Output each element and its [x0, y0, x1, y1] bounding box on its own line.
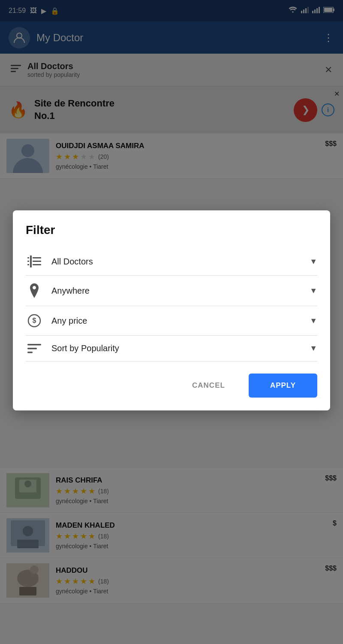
svg-rect-22: [27, 261, 29, 262]
filter-price-label: Any price: [51, 316, 301, 326]
svg-rect-19: [33, 261, 41, 262]
filter-category-label: All Doctors: [51, 257, 301, 267]
svg-rect-18: [33, 257, 41, 258]
filter-location-row[interactable]: Anywhere ▼: [26, 276, 317, 306]
svg-rect-21: [27, 257, 29, 258]
filter-location-label: Anywhere: [51, 286, 301, 296]
filter-modal: Filter All Doctors ▼ Anywhere ▼: [13, 210, 330, 410]
category-icon: [26, 255, 43, 267]
price-icon: $: [26, 314, 43, 328]
category-dropdown-icon: ▼: [310, 257, 317, 266]
svg-rect-27: [27, 348, 37, 349]
location-dropdown-icon: ▼: [310, 286, 317, 295]
svg-rect-23: [27, 264, 29, 265]
svg-rect-20: [33, 264, 41, 265]
filter-sort-label: Sort by Popularity: [51, 343, 301, 353]
location-icon: [26, 283, 43, 298]
filter-modal-title: Filter: [26, 223, 317, 237]
svg-rect-26: [27, 344, 41, 346]
apply-button[interactable]: APPLY: [249, 374, 317, 398]
cancel-button[interactable]: CANCEL: [177, 374, 240, 398]
filter-buttons: CANCEL APPLY: [26, 374, 317, 398]
sort-icon: [26, 344, 43, 353]
price-dropdown-icon: ▼: [310, 316, 317, 325]
filter-price-row[interactable]: $ Any price ▼: [26, 306, 317, 336]
svg-rect-28: [27, 352, 33, 353]
filter-sort-row[interactable]: Sort by Popularity ▼: [26, 336, 317, 361]
filter-category-row[interactable]: All Doctors ▼: [26, 248, 317, 276]
svg-text:$: $: [33, 317, 36, 324]
svg-rect-17: [30, 255, 32, 267]
sort-dropdown-icon: ▼: [310, 344, 317, 353]
